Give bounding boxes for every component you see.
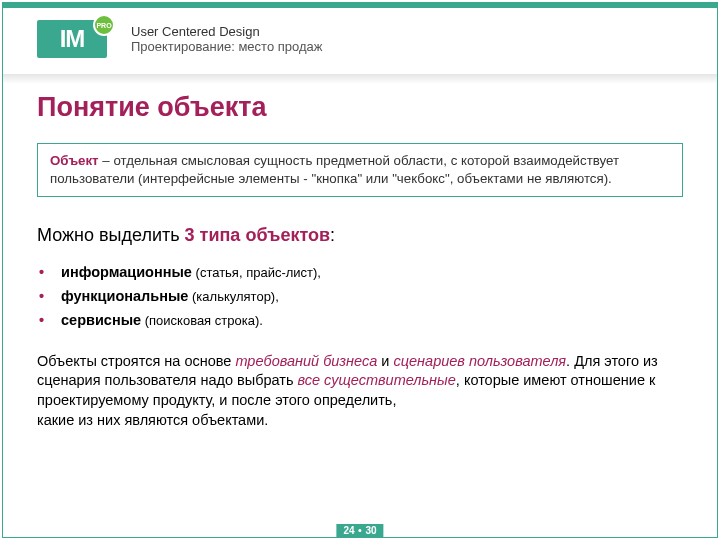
dot-icon: [359, 529, 362, 532]
slide-frame: IM PRO User Centered Design Проектирован…: [2, 2, 718, 538]
section-suffix: :: [330, 225, 335, 245]
para-text: какие из них являются объектами.: [37, 412, 268, 428]
definition-term: Объект: [50, 153, 99, 168]
type-list: • информационные (статья, прайс-лист), •…: [39, 264, 683, 328]
list-item: • сервисные (поисковая строка).: [39, 312, 683, 328]
section-prefix: Можно выделить: [37, 225, 185, 245]
section-intro: Можно выделить 3 типа объектов:: [37, 225, 683, 246]
logo-badge: PRO: [93, 14, 115, 36]
list-item: • информационные (статья, прайс-лист),: [39, 264, 683, 280]
page-total: 30: [366, 525, 377, 536]
list-item: • функциональные (калькулятор),: [39, 288, 683, 304]
type-name: функциональные: [61, 288, 188, 304]
section-highlight: 3 типа объектов: [185, 225, 330, 245]
emphasis: требований бизнеса: [235, 353, 377, 369]
type-note: (поисковая строка).: [141, 313, 263, 328]
header-titles: User Centered Design Проектирование: мес…: [131, 24, 322, 54]
emphasis: все существительные: [298, 372, 456, 388]
header-divider: [3, 74, 717, 84]
para-text: Объекты строятся на основе: [37, 353, 235, 369]
bullet-icon: •: [39, 264, 61, 280]
logo: IM PRO: [37, 20, 107, 58]
type-name: информационные: [61, 264, 192, 280]
emphasis: сценариев пользователя: [393, 353, 566, 369]
type-note: (калькулятор),: [188, 289, 278, 304]
definition-text: – отдельная смысловая сущность предметно…: [50, 153, 619, 186]
definition-box: Объект – отдельная смысловая сущность пр…: [37, 143, 683, 197]
page-title: Понятие объекта: [37, 92, 683, 123]
header-line1: User Centered Design: [131, 24, 322, 39]
paragraph: Объекты строятся на основе требований би…: [37, 352, 683, 430]
header-line2: Проектирование: место продаж: [131, 39, 322, 54]
type-name: сервисные: [61, 312, 141, 328]
bullet-icon: •: [39, 312, 61, 328]
content: Понятие объекта Объект – отдельная смысл…: [3, 84, 717, 430]
page-current: 24: [343, 525, 354, 536]
header: IM PRO User Centered Design Проектирован…: [3, 8, 717, 74]
para-text: и: [377, 353, 393, 369]
type-note: (статья, прайс-лист),: [192, 265, 321, 280]
bullet-icon: •: [39, 288, 61, 304]
page-indicator: 24 30: [336, 524, 383, 537]
logo-text: IM: [60, 25, 85, 53]
